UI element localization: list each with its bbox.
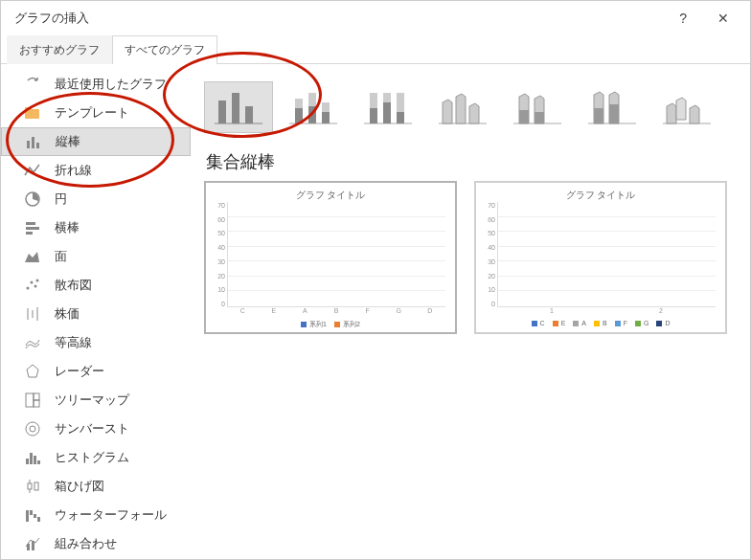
legend: 系列1系列2	[206, 320, 455, 329]
svg-rect-1	[25, 107, 32, 110]
sidebar-item-boxwhisker[interactable]: 箱ひげ図	[1, 472, 191, 501]
close-button[interactable]: ✕	[710, 7, 737, 30]
svg-marker-56	[443, 100, 452, 123]
subtype-3d-column[interactable]	[652, 81, 721, 133]
svg-rect-25	[34, 456, 36, 464]
area-chart-icon	[24, 248, 41, 265]
combo-chart-icon	[24, 535, 41, 552]
x-axis: CEABFGD	[206, 307, 455, 314]
y-axis: 706050403020100	[210, 202, 227, 307]
svg-rect-43	[295, 108, 303, 123]
histogram-chart-icon	[24, 449, 41, 466]
sidebar-item-recent[interactable]: 最近使用したグラフ	[1, 70, 191, 99]
sidebar-item-templates[interactable]: テンプレート	[1, 99, 191, 127]
subtype-3d-100stacked[interactable]	[578, 81, 647, 133]
folder-icon	[24, 104, 41, 122]
subtype-3d-clustered[interactable]	[428, 81, 497, 133]
bar-chart-icon	[24, 219, 41, 236]
sidebar-item-radar[interactable]: レーダー	[1, 357, 191, 386]
svg-rect-34	[37, 517, 40, 522]
svg-rect-33	[34, 514, 36, 518]
sidebar-item-area[interactable]: 面	[1, 242, 191, 271]
svg-rect-63	[535, 112, 544, 123]
svg-rect-47	[322, 112, 330, 123]
svg-rect-68	[609, 104, 619, 123]
svg-rect-18	[26, 393, 34, 407]
svg-rect-52	[383, 102, 391, 123]
svg-marker-57	[456, 94, 466, 123]
sidebar-item-surface[interactable]: 等高線	[1, 328, 191, 357]
legend: CEABFGD	[476, 320, 725, 326]
svg-point-21	[30, 426, 35, 432]
svg-rect-19	[34, 393, 39, 400]
svg-point-12	[34, 285, 37, 288]
svg-marker-9	[25, 252, 39, 262]
svg-rect-38	[218, 101, 226, 123]
svg-rect-30	[34, 482, 38, 490]
svg-rect-4	[36, 143, 39, 148]
sidebar-item-sunburst[interactable]: サンバースト	[1, 414, 191, 443]
chart-preview-2[interactable]: グラフ タイトル 706050403020100 12 CEABFGD	[474, 181, 727, 334]
svg-rect-61	[519, 110, 529, 123]
line-chart-icon	[24, 162, 41, 179]
x-axis: 12	[476, 307, 725, 314]
svg-point-22	[26, 422, 39, 436]
svg-rect-2	[27, 141, 30, 148]
sidebar-item-pie[interactable]: 円	[1, 185, 191, 213]
radar-chart-icon	[24, 363, 41, 380]
sidebar-item-scatter[interactable]: 散布図	[1, 271, 191, 300]
svg-marker-17	[27, 365, 38, 377]
y-axis: 706050403020100	[480, 202, 497, 307]
chart-subtype-row	[204, 74, 737, 141]
sidebar-item-line[interactable]: 折れ線	[1, 156, 191, 185]
svg-marker-70	[667, 103, 676, 123]
surface-chart-icon	[24, 334, 41, 351]
recent-icon	[24, 76, 41, 93]
sidebar-item-bar[interactable]: 横棒	[1, 213, 191, 242]
waterfall-chart-icon	[24, 506, 41, 524]
svg-rect-7	[26, 227, 39, 230]
content-area: 集合縦棒 グラフ タイトル 706050403020100 CEABFGD 系列…	[191, 64, 750, 559]
svg-marker-72	[690, 105, 699, 123]
svg-rect-31	[26, 510, 29, 522]
sidebar-item-stock[interactable]: 株価	[1, 300, 191, 328]
svg-point-11	[31, 281, 34, 284]
svg-rect-66	[594, 108, 603, 123]
svg-rect-32	[30, 510, 33, 515]
svg-rect-27	[28, 483, 32, 489]
subtype-3d-stacked[interactable]	[503, 81, 572, 133]
svg-point-13	[36, 280, 39, 282]
sidebar-item-waterfall[interactable]: ウォーターフォール	[1, 501, 191, 529]
subtype-stacked-column[interactable]	[279, 81, 348, 133]
stock-chart-icon	[24, 305, 41, 323]
tab-recommended[interactable]: おすすめグラフ	[7, 35, 112, 64]
subtype-clustered-column[interactable]	[204, 81, 273, 133]
chart-preview-1[interactable]: グラフ タイトル 706050403020100 CEABFGD 系列1系列2	[204, 181, 457, 334]
pie-chart-icon	[24, 190, 41, 208]
svg-rect-54	[397, 112, 404, 123]
svg-point-10	[27, 287, 30, 290]
svg-rect-26	[37, 460, 40, 464]
help-button[interactable]: ?	[679, 11, 687, 26]
svg-marker-71	[676, 98, 686, 120]
column-chart-icon	[25, 133, 42, 150]
svg-rect-6	[26, 222, 35, 225]
sidebar-item-treemap[interactable]: ツリーマップ	[1, 386, 191, 414]
svg-rect-45	[308, 106, 316, 123]
subtype-100stacked-column[interactable]	[353, 81, 422, 133]
svg-rect-20	[34, 400, 39, 407]
svg-rect-0	[25, 109, 39, 119]
sunburst-chart-icon	[24, 420, 41, 437]
svg-rect-40	[245, 106, 253, 123]
svg-rect-3	[32, 137, 34, 148]
sidebar-item-column[interactable]: 縦棒	[1, 127, 191, 156]
sidebar-item-histogram[interactable]: ヒストグラム	[1, 443, 191, 472]
scatter-chart-icon	[24, 277, 41, 294]
boxwhisker-chart-icon	[24, 478, 41, 495]
chart-category-list: 最近使用したグラフ テンプレート 縦棒 折れ線 円 横棒 面 散布図	[1, 64, 191, 559]
sidebar-item-combo[interactable]: 組み合わせ	[1, 529, 191, 558]
subtype-title: 集合縦棒	[206, 150, 737, 173]
dialog-title: グラフの挿入	[14, 10, 89, 27]
svg-rect-23	[26, 459, 29, 464]
tab-all-charts[interactable]: すべてのグラフ	[112, 35, 217, 64]
